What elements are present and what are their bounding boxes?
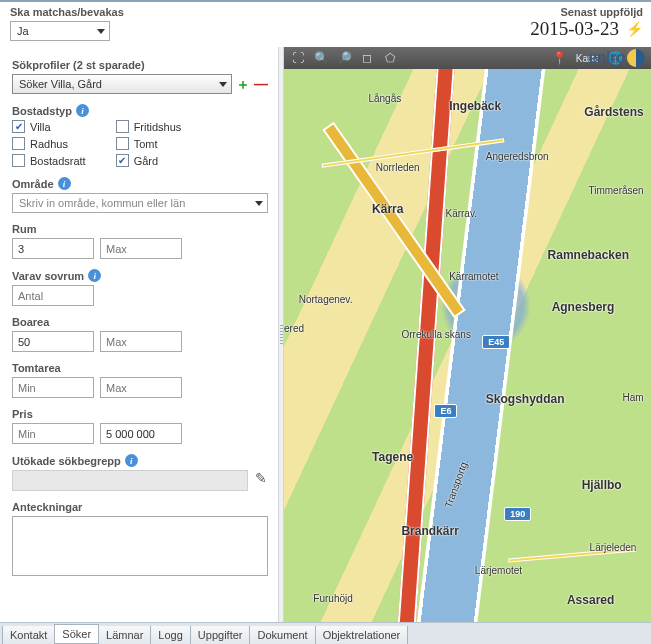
tab-söker[interactable]: Söker (54, 624, 99, 644)
boarea-min-input[interactable] (12, 331, 94, 352)
remove-profile-button[interactable]: — (254, 77, 268, 91)
checkbox-fritidshus[interactable]: Fritidshus (116, 120, 182, 133)
chevron-down-icon (97, 29, 105, 34)
bedrooms-input[interactable] (12, 285, 94, 306)
map-label: Tagene (372, 450, 413, 464)
route-badge-e6: E6 (434, 404, 457, 418)
checkbox-box[interactable] (116, 154, 129, 167)
map-panel[interactable]: Ingebäck Gårdstens Angeredsbron Norrlede… (284, 47, 651, 622)
bedrooms-label: Varav sovrum i (12, 269, 268, 282)
checkbox-label: Gård (134, 155, 158, 167)
checkbox-box[interactable] (116, 137, 129, 150)
tab-uppgifter[interactable]: Uppgifter (190, 626, 251, 644)
followup-date: 2015-03-23 (530, 18, 619, 40)
profile-selected: Söker Villa, Gård (19, 78, 102, 90)
edit-icon[interactable]: ✎ (255, 470, 267, 486)
rooms-max-input[interactable] (100, 238, 182, 259)
map-label: Kärramotet (449, 271, 498, 282)
map-label: Lärjemotet (475, 565, 522, 576)
map-label: Assared (567, 593, 614, 607)
profile-dropdown[interactable]: Söker Villa, Gård (12, 74, 232, 94)
profiles-label: Sökprofiler (2 st sparade) (12, 59, 268, 71)
checkbox-box[interactable] (12, 120, 25, 133)
area-dropdown[interactable]: Skriv in område, kommun eller län (12, 193, 268, 213)
area-placeholder: Skriv in område, kommun eller län (19, 197, 185, 209)
info-icon[interactable]: i (76, 104, 89, 117)
checkbox-label: Tomt (134, 138, 158, 150)
map-label: Nortagenev. (299, 294, 353, 305)
map-label: Lärjeleden (590, 542, 637, 553)
checkbox-radhus[interactable]: Radhus (12, 137, 86, 150)
map-label: Brandkärr (401, 524, 458, 538)
bottom-tabs: KontaktSökerLämnarLoggUppgifterDokumentO… (0, 622, 651, 644)
property-type-label: Bostadstyp i (12, 104, 268, 117)
rooms-min-input[interactable] (12, 238, 94, 259)
map-label: Ramnebacken (548, 248, 629, 262)
match-label: Ska matchas/bevakas (10, 6, 530, 18)
area-label: Område i (12, 177, 268, 190)
chevron-down-icon (219, 82, 227, 87)
price-max-input[interactable] (100, 423, 182, 444)
info-icon[interactable]: i (58, 177, 71, 190)
tab-logg[interactable]: Logg (150, 626, 190, 644)
extended-box (12, 470, 248, 491)
property-type-grid: VillaRadhusBostadsratt FritidshusTomtGår… (12, 120, 268, 167)
chevron-down-icon (255, 201, 263, 206)
info-icon[interactable]: i (88, 269, 101, 282)
top-header: Ska matchas/bevakas Ja Senast uppföljd 2… (0, 0, 651, 47)
pin-icon[interactable]: 📍 (550, 49, 570, 67)
checkbox-box[interactable] (12, 137, 25, 150)
checkbox-label: Villa (30, 121, 51, 133)
tab-dokument[interactable]: Dokument (249, 626, 315, 644)
map-label: Timmeråsen (588, 185, 643, 196)
map-label: Skogshyddan (486, 392, 565, 406)
route-badge-190: 190 (504, 507, 531, 521)
eniro-logo: eniro (588, 49, 645, 67)
zoom-in-icon[interactable]: 🔍 (311, 49, 331, 67)
map-label: Ingebäck (449, 99, 501, 113)
map-label: Norrleden (376, 162, 420, 173)
left-panel: Sökprofiler (2 st sparade) Söker Villa, … (0, 47, 278, 622)
match-dropdown[interactable]: Ja (10, 21, 110, 41)
notes-label: Anteckningar (12, 501, 268, 513)
pentagon-icon[interactable]: ⬠ (380, 49, 400, 67)
tomtarea-label: Tomtarea (12, 362, 268, 374)
price-label: Pris (12, 408, 268, 420)
map-label: Furuhöjd (313, 593, 352, 604)
checkbox-label: Bostadsratt (30, 155, 86, 167)
fullscreen-icon[interactable]: ⛶ (288, 49, 308, 67)
route-badge-e45: E45 (482, 335, 510, 349)
eniro-swirl-icon (627, 49, 645, 67)
info-icon[interactable]: i (125, 454, 138, 467)
tab-objektrelationer[interactable]: Objektrelationer (315, 626, 409, 644)
map-label: Långås (368, 93, 401, 104)
map-label: Orrekulla skans (401, 329, 470, 340)
checkbox-tomt[interactable]: Tomt (116, 137, 182, 150)
tab-kontakt[interactable]: Kontakt (2, 626, 55, 644)
checkbox-label: Radhus (30, 138, 68, 150)
square-icon[interactable]: ◻ (357, 49, 377, 67)
tomtarea-min-input[interactable] (12, 377, 94, 398)
match-value: Ja (17, 25, 29, 37)
checkbox-box[interactable] (116, 120, 129, 133)
boarea-max-input[interactable] (100, 331, 182, 352)
tab-lämnar[interactable]: Lämnar (98, 626, 151, 644)
checkbox-box[interactable] (12, 154, 25, 167)
checkbox-bostadsratt[interactable]: Bostadsratt (12, 154, 86, 167)
rooms-label: Rum (12, 223, 268, 235)
notes-textarea[interactable] (12, 516, 268, 576)
tomtarea-max-input[interactable] (100, 377, 182, 398)
map-label: Agnesberg (552, 300, 615, 314)
map-label: Ham (623, 392, 644, 403)
checkbox-gård[interactable]: Gård (116, 154, 182, 167)
extended-label: Utökade sökbegrepp i (12, 454, 268, 467)
checkbox-label: Fritidshus (134, 121, 182, 133)
add-profile-button[interactable]: ＋ (236, 77, 250, 91)
map-label: Kärra (372, 202, 403, 216)
map-label: Kärrav. (445, 208, 477, 219)
lightning-icon[interactable]: ⚡ (626, 21, 643, 37)
boarea-label: Boarea (12, 316, 268, 328)
checkbox-villa[interactable]: Villa (12, 120, 86, 133)
zoom-out-icon[interactable]: 🔎 (334, 49, 354, 67)
price-min-input[interactable] (12, 423, 94, 444)
